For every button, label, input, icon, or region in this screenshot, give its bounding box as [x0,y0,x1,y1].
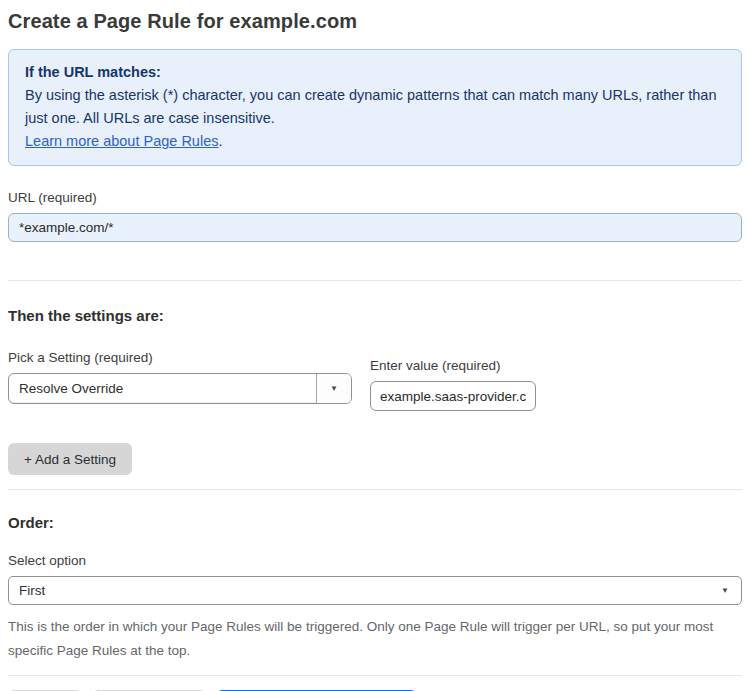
setting-picker-selected-value: Resolve Override [9,374,316,403]
setting-picker-column: Pick a Setting (required) Resolve Overri… [8,350,352,404]
setting-value-column: Enter value (required) [370,358,536,411]
info-box-body: By using the asterisk (*) character, you… [25,84,725,130]
divider [8,675,742,676]
info-box-link-line: Learn more about Page Rules. [25,130,725,153]
dropdown-caret-button[interactable]: ▼ [316,374,351,403]
setting-picker-label: Pick a Setting (required) [8,350,352,365]
settings-section-heading: Then the settings are: [8,307,742,324]
setting-value-label: Enter value (required) [370,358,536,373]
add-setting-button[interactable]: + Add a Setting [8,443,132,475]
chevron-down-icon: ▼ [721,587,729,595]
url-field-label: URL (required) [8,190,742,205]
order-help-text: This is the order in which your Page Rul… [8,615,748,663]
create-page-rule-panel: Create a Page Rule for example.com If th… [0,0,750,691]
setting-picker-dropdown[interactable]: Resolve Override ▼ [8,373,352,404]
order-selected-value: First [9,583,721,598]
url-input[interactable] [8,213,742,242]
divider [8,489,742,490]
setting-value-input[interactable] [370,381,536,411]
order-section-heading: Order: [8,514,742,531]
page-title: Create a Page Rule for example.com [8,10,742,33]
info-box-heading: If the URL matches: [25,61,725,84]
setting-row: Pick a Setting (required) Resolve Overri… [8,350,742,411]
url-match-info-box: If the URL matches: By using the asteris… [8,49,742,166]
order-select-label: Select option [8,553,742,568]
learn-more-link[interactable]: Learn more about Page Rules [25,133,218,149]
divider [8,280,742,281]
link-suffix: . [218,133,222,149]
order-dropdown[interactable]: First ▼ [8,576,742,605]
chevron-down-icon: ▼ [330,385,338,393]
